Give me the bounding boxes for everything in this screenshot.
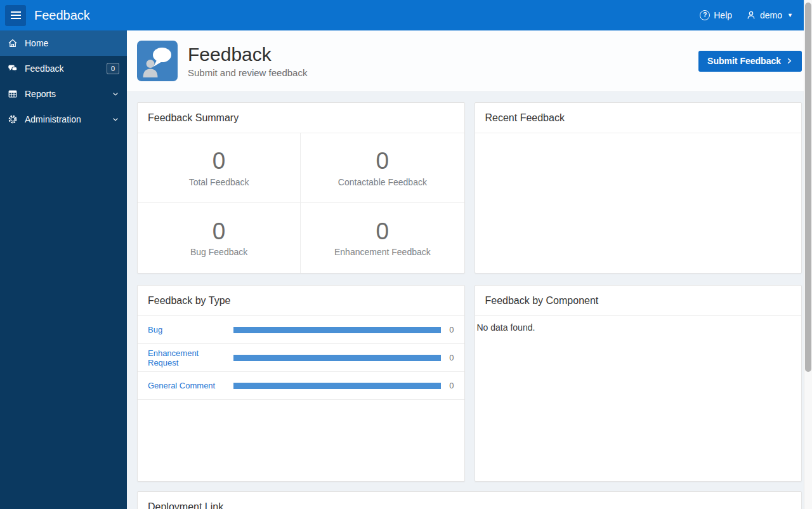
stat-value: 0 [213,219,226,245]
table-icon [8,89,18,99]
chevron-down-icon [112,116,119,123]
stat-total-feedback: 0 Total Feedback [138,133,301,203]
stat-bug-feedback: 0 Bug Feedback [138,203,301,273]
page-titles: Feedback Submit and review feedback [188,44,307,79]
card-title: Deployment Link [138,492,801,509]
card-title: Feedback Summary [138,103,464,133]
scrollbar-thumb[interactable] [805,3,811,372]
stat-label: Enhancement Feedback [334,247,431,257]
sidebar-item-reports[interactable]: Reports [0,81,127,107]
feedback-app-icon [137,41,178,81]
sidebar-item-label: Feedback [25,63,100,74]
type-value: 0 [447,381,454,390]
stat-label: Contactable Feedback [338,177,427,187]
person-icon [746,10,756,20]
type-bar [233,383,441,389]
vertical-scrollbar[interactable] [804,0,812,509]
chevron-down-icon [112,90,119,98]
type-bar [233,355,441,361]
gear-icon [8,114,18,124]
type-link[interactable]: Enhancement Request [148,348,229,367]
dashboard-grid: Feedback Summary 0 Total Feedback 0 Cont… [137,102,802,482]
card-title: Feedback by Type [138,286,464,316]
type-value: 0 [447,325,454,334]
type-bar [233,327,441,333]
main-content: Feedback Submit and review feedback Subm… [127,30,812,509]
summary-stats: 0 Total Feedback 0 Contactable Feedback … [138,133,464,273]
card-title: Recent Feedback [475,103,802,133]
stat-value: 0 [376,219,390,245]
help-icon: ? [700,10,710,20]
hamburger-menu-button[interactable] [5,5,26,26]
app-title: Feedback [34,8,90,23]
sidebar-nav: Home Feedback 0 Reports Administration [0,30,127,509]
type-link[interactable]: Bug [148,325,229,334]
type-row-bug: Bug 0 [138,316,464,344]
help-link[interactable]: ? Help [700,10,732,20]
dashboard-content: Feedback Summary 0 Total Feedback 0 Cont… [127,92,812,509]
user-menu[interactable]: demo ▼ [746,10,793,20]
stat-label: Total Feedback [189,177,249,187]
submit-feedback-button[interactable]: Submit Feedback [698,51,802,72]
feedback-count-badge: 0 [107,63,119,74]
chevron-right-icon [785,57,793,65]
card-title: Feedback by Component [475,286,802,316]
sidebar-item-feedback[interactable]: Feedback 0 [0,56,127,81]
type-row-enhancement-request: Enhancement Request 0 [138,344,464,372]
topbar: Feedback ? Help demo ▼ [0,0,812,30]
type-bar-chart: Bug 0 Enhancement Request 0 General Comm… [138,316,464,400]
no-data-message: No data found. [475,316,802,339]
user-label: demo [760,10,782,20]
stat-enhancement-feedback: 0 Enhancement Feedback [301,203,464,273]
sidebar-item-administration[interactable]: Administration [0,107,127,132]
page-header: Feedback Submit and review feedback Subm… [127,30,812,92]
feedback-by-type-card: Feedback by Type Bug 0 Enhancement Reque… [137,285,465,482]
help-label: Help [714,10,732,20]
sidebar-item-home[interactable]: Home [0,30,127,56]
type-value: 0 [447,353,454,362]
chat-bubbles-icon [8,63,18,74]
feedback-by-component-card: Feedback by Component No data found. [475,285,802,482]
home-icon [8,38,18,48]
type-row-general-comment: General Comment 0 [138,372,464,400]
stat-contactable-feedback: 0 Contactable Feedback [301,133,464,203]
type-link[interactable]: General Comment [148,381,229,390]
recent-feedback-card: Recent Feedback [475,102,802,274]
stat-label: Bug Feedback [190,247,247,257]
page-title: Feedback [188,44,307,66]
hamburger-icon [11,11,21,13]
page-subtitle: Submit and review feedback [188,67,307,78]
sidebar-item-label: Home [25,38,119,48]
topbar-actions: ? Help demo ▼ [700,10,793,20]
deployment-link-card: Deployment Link [137,491,802,509]
sidebar-item-label: Reports [25,89,105,99]
chevron-down-icon: ▼ [787,12,793,18]
stat-value: 0 [376,149,390,175]
feedback-summary-card: Feedback Summary 0 Total Feedback 0 Cont… [137,102,465,274]
submit-feedback-label: Submit Feedback [707,56,781,66]
sidebar-item-label: Administration [25,114,105,124]
stat-value: 0 [213,149,226,175]
